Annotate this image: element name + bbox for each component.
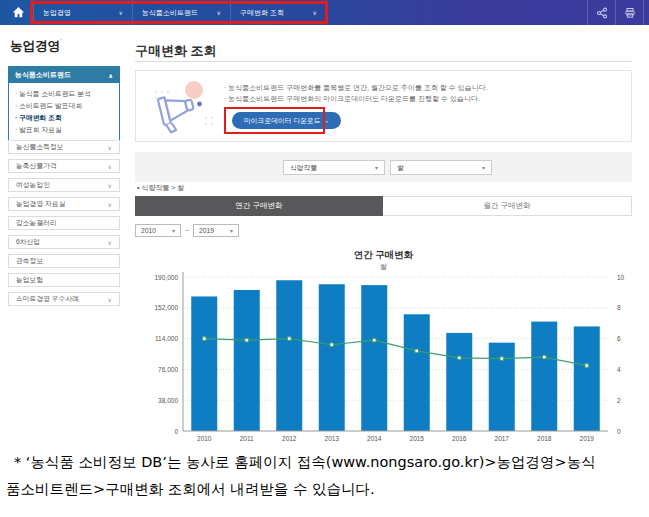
share-icon[interactable] — [587, 0, 615, 25]
nav-menu-label: 구매변화 조회 — [240, 8, 284, 18]
sidebar-item-farm-income-info[interactable]: 농산물소득정보∨ — [8, 140, 120, 154]
print-icon[interactable] — [615, 0, 644, 25]
notice-box: · 농식품소비트렌드 구매변화를 품목별로 연간, 월간으로 추이를 조회 할 … — [135, 70, 632, 142]
bar — [404, 314, 430, 431]
chevron-down-icon: ∨ — [217, 9, 221, 16]
home-icon[interactable] — [11, 5, 26, 20]
svg-text:38,000: 38,000 — [158, 397, 178, 404]
footnote-line-2: 품소비트렌드>구매변화 조회에서 내려받을 수 있습니다. — [6, 476, 646, 503]
chevron-down-icon: ▾ — [482, 164, 485, 171]
sidebar-item-trend-conference[interactable]: · 소비트렌드 발표대회 — [15, 100, 113, 112]
svg-text:0: 0 — [617, 428, 621, 435]
sidebar-item-purchase-change[interactable]: · 구매변화 조회 — [15, 112, 113, 124]
chevron-down-icon: ∨ — [313, 9, 317, 16]
line-marker — [585, 364, 589, 368]
svg-text:190,000: 190,000 — [155, 274, 179, 281]
svg-text:2014: 2014 — [367, 435, 382, 442]
filter-bar: 식량작물 ▾ 쌀 ▾ — [135, 152, 632, 182]
sidebar-accordion-consumption-trend: 농식품소비트렌드 ∧ · 농식품 소비트렌드 분석 · 소비트렌드 발표대회 ·… — [8, 66, 120, 143]
svg-text:0: 0 — [174, 428, 178, 435]
sidebar-item-smart-management-cases[interactable]: 스마트경영 우수사례∨ — [8, 292, 120, 306]
sidebar-item-management-archive[interactable]: 농업경영 자료실∨ — [8, 197, 120, 211]
sidebar-item-trend-analysis[interactable]: · 농식품 소비트렌드 분석 — [15, 88, 113, 100]
bar — [489, 343, 515, 431]
nav-menu-agri-management[interactable]: 농업경영 ∨ — [33, 0, 132, 25]
svg-text:2019: 2019 — [580, 435, 595, 442]
year-range-separator: ~ — [185, 227, 189, 234]
sidebar-item-livestock-prices[interactable]: 농축산물가격∨ — [8, 159, 120, 173]
chevron-down-icon: ▾ — [172, 227, 175, 234]
selection-label: • 식량작물 > 쌀 — [137, 183, 184, 193]
line-marker — [330, 343, 334, 347]
category-select[interactable]: 식량작물 ▾ — [283, 160, 385, 175]
chart-svg: 0038,000276,0004114,0006152,0008190,0001… — [135, 245, 632, 445]
notice-line-2: · 농식품소비트렌드 구매변화의 마이크로데이터도 다운로드를 진행할 수 있습… — [224, 93, 488, 104]
nav-menu-label: 농식품소비트렌드 — [142, 8, 198, 18]
year-to-select[interactable]: 2019 ▾ — [193, 224, 239, 237]
sidebar-item-farm-insurance[interactable]: 농업보험 — [8, 273, 120, 287]
svg-text:6: 6 — [617, 335, 621, 342]
notice-line-1: · 농식품소비트렌드 구매변화를 품목별로 연간, 월간으로 추이를 조회 할 … — [224, 82, 488, 93]
footnote-caption: * ‘농식품 소비정보 DB’는 농사로 홈페이지 접속(www.nongsar… — [6, 449, 646, 503]
item-select[interactable]: 쌀 ▾ — [390, 160, 492, 175]
chevron-down-icon: ∨ — [108, 182, 112, 189]
microdata-download-button[interactable]: 마이크로데이터 다운로드 → — [232, 112, 341, 129]
line-marker — [287, 337, 291, 341]
page-title: 구매변화 조회 — [135, 42, 217, 60]
line-marker — [415, 349, 419, 353]
sidebar-item-gallery[interactable]: 강소농갤러리 — [8, 216, 120, 230]
page: 농업경영 ∨ 농식품소비트렌드 ∨ 구매변화 조회 ∨ — [0, 0, 649, 517]
notice-text: · 농식품소비트렌드 구매변화를 품목별로 연간, 월간으로 추이를 조회 할 … — [224, 82, 488, 104]
chevron-down-icon: ∨ — [108, 144, 112, 151]
svg-text:4: 4 — [617, 366, 621, 373]
svg-text:2: 2 — [617, 397, 621, 404]
nav-menu-consumption-trend[interactable]: 농식품소비트렌드 ∨ — [132, 0, 230, 25]
chevron-down-icon: ∨ — [119, 9, 123, 16]
svg-text:2013: 2013 — [325, 435, 340, 442]
svg-text:10: 10 — [617, 274, 625, 281]
chevron-down-icon: ∨ — [108, 163, 112, 170]
nav-menu-purchase-change[interactable]: 구매변화 조회 ∨ — [230, 0, 327, 25]
line-marker — [372, 338, 376, 342]
sidebar-item-sixth-industry[interactable]: 6차산업∨ — [8, 235, 120, 249]
svg-text:2018: 2018 — [537, 435, 552, 442]
footnote-line-1: * ‘농식품 소비정보 DB’는 농사로 홈페이지 접속(www.nongsar… — [6, 449, 646, 476]
sidebar-item-women-farmers[interactable]: 여성농업인∨ — [8, 178, 120, 192]
svg-text:2010: 2010 — [197, 435, 212, 442]
svg-text:2017: 2017 — [495, 435, 510, 442]
sidebar-accordion-header[interactable]: 농식품소비트렌드 ∧ — [9, 67, 119, 83]
line-marker — [542, 355, 546, 359]
sidebar-title: 농업경영˙ — [10, 38, 62, 55]
bar — [446, 333, 472, 431]
sidebar-item-observation-info[interactable]: 관측정보 — [8, 254, 120, 268]
chevron-down-icon: ∨ — [108, 296, 112, 303]
svg-text:2011: 2011 — [240, 435, 254, 442]
megaphone-icon — [148, 78, 220, 136]
tab-monthly-purchase-change[interactable]: 월간 구매변화 — [383, 196, 632, 216]
chevron-up-icon: ∧ — [108, 72, 113, 79]
svg-text:76,000: 76,000 — [158, 366, 178, 373]
sidebar-title-mark: ˙ — [60, 39, 62, 46]
period-tabs: 연간 구매변화 월간 구매변화 — [135, 196, 632, 216]
chart-line-series — [202, 337, 588, 368]
bar — [234, 290, 260, 431]
line-marker — [245, 338, 249, 342]
svg-text:152,000: 152,000 — [155, 304, 179, 311]
bar — [191, 296, 217, 431]
chevron-down-icon: ∨ — [108, 239, 112, 246]
line-marker — [500, 357, 504, 361]
line-marker — [202, 337, 206, 341]
nav-utility-icons — [587, 0, 644, 25]
sidebar-accordion-items: · 농식품 소비트렌드 분석 · 소비트렌드 발표대회 · 구매변화 조회 · … — [9, 83, 119, 142]
sidebar-item-presentation-archive[interactable]: · 발표회 자료실 — [15, 124, 113, 136]
top-navigation-bar: 농업경영 ∨ 농식품소비트렌드 ∨ 구매변화 조회 ∨ — [0, 0, 649, 25]
year-from-select[interactable]: 2010 ▾ — [135, 224, 181, 237]
chevron-down-icon: ▾ — [375, 164, 378, 171]
line-series-path — [204, 339, 587, 366]
svg-text:2012: 2012 — [282, 435, 297, 442]
chevron-down-icon: ▾ — [230, 227, 233, 234]
svg-text:8: 8 — [617, 304, 621, 311]
bar — [574, 326, 600, 431]
tab-annual-purchase-change[interactable]: 연간 구매변화 — [135, 196, 383, 216]
bar — [531, 322, 557, 431]
